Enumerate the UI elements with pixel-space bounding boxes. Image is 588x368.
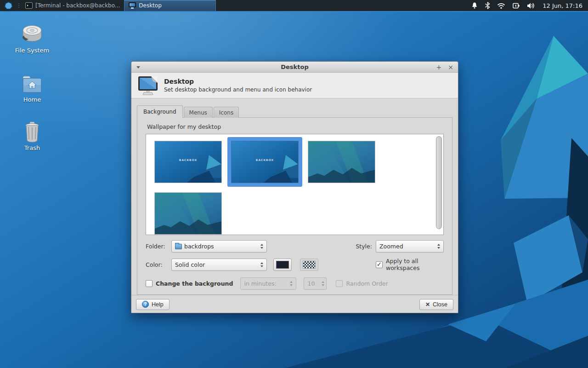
close-button-label: Close — [433, 301, 447, 308]
style-value: Zoomed — [379, 243, 435, 250]
interval-dropdown: in minutes: — [240, 277, 296, 290]
color-label: Color: — [146, 261, 168, 268]
folder-value: backdrops — [184, 243, 258, 250]
secondary-color-button — [300, 259, 318, 271]
trash-can-icon — [10, 120, 54, 143]
checkbox-checked-icon — [376, 261, 383, 268]
taskbar-item-desktop[interactable]: Desktop — [124, 0, 216, 11]
checkbox-unchecked-icon — [336, 280, 343, 287]
dropdown-arrows-icon — [260, 262, 263, 267]
checkbox-label: Random Order — [346, 280, 388, 287]
background-tab-panel: Wallpaper for my desktop BACKBOX — [137, 117, 452, 295]
minutes-spinbox: 10 — [304, 277, 327, 290]
desktop-icon-home[interactable]: Home — [10, 71, 54, 103]
random-order-checkbox: Random Order — [336, 280, 388, 287]
folder-icon — [175, 244, 182, 249]
wallpaper-thumbnail[interactable] — [151, 189, 226, 235]
scrollbar-thumb[interactable] — [436, 136, 442, 229]
style-dropdown[interactable]: Zoomed — [376, 240, 444, 253]
monitor-icon — [129, 2, 136, 9]
terminal-icon — [25, 2, 33, 9]
wallpaper-thumbnail[interactable] — [304, 137, 379, 187]
desktop-icon-label: Trash — [10, 144, 54, 151]
interval-value: in minutes: — [244, 280, 288, 287]
maximize-button[interactable]: + — [436, 64, 442, 70]
help-question-icon: ? — [142, 301, 149, 308]
dialog-subtitle: Set desktop background and menu and icon… — [164, 86, 312, 93]
tab-menus[interactable]: Menus — [184, 107, 213, 118]
panel-grip[interactable] — [17, 0, 21, 11]
change-background-checkbox[interactable]: Change the background — [146, 280, 233, 287]
system-tray: 12 Jun, 17:16 — [471, 0, 588, 11]
close-button-footer[interactable]: ✕ Close — [419, 299, 453, 310]
dropdown-arrows-icon — [260, 244, 263, 249]
help-button-label: Help — [152, 301, 164, 308]
scrollbar[interactable] — [436, 136, 442, 233]
color-style-value: Solid color — [175, 261, 258, 268]
minutes-value: 10 — [307, 280, 320, 287]
dialog-heading: Desktop — [164, 78, 312, 85]
backbox-logo-icon — [4, 1, 13, 10]
backbox-menu-button[interactable] — [0, 0, 17, 11]
close-button[interactable]: × — [448, 64, 453, 70]
checkbox-unchecked-icon — [146, 280, 153, 287]
top-panel: [Terminal - backbox@backbo... Desktop 1 — [0, 0, 588, 12]
taskbar-item-terminal[interactable]: [Terminal - backbox@backbo... — [21, 0, 124, 11]
wallpaper-thumbnail[interactable]: BACKBOX — [151, 137, 226, 187]
desktop-icon-label: File System — [10, 47, 54, 54]
home-folder-icon — [10, 71, 54, 94]
dialog-titlebar[interactable]: Desktop + × — [131, 62, 458, 73]
apply-all-workspaces-checkbox[interactable]: Apply to all workspaces — [376, 258, 444, 271]
dropdown-arrows-icon — [290, 281, 293, 286]
tab-background[interactable]: Background — [137, 105, 183, 118]
color-swatch — [276, 261, 289, 269]
desktop-settings-dialog: Desktop + × Desktop Set desktop backgrou… — [131, 61, 458, 313]
checkbox-label: Apply to all workspaces — [386, 258, 444, 271]
folder-dropdown[interactable]: backdrops — [171, 240, 267, 253]
color-style-dropdown[interactable]: Solid color — [171, 259, 267, 271]
style-label: Style: — [356, 243, 372, 250]
notification-bell-icon[interactable] — [471, 2, 478, 9]
wallpaper-section-label: Wallpaper for my desktop — [147, 123, 444, 130]
dialog-footer: ? Help ✕ Close — [131, 295, 458, 313]
help-button[interactable]: ? Help — [136, 299, 170, 310]
taskbar-item-label: Desktop — [139, 2, 162, 9]
clock[interactable]: 12 Jun, 17:16 — [543, 2, 582, 9]
hard-drive-icon — [10, 22, 54, 45]
wallpaper-list[interactable]: BACKBOX BACKBOX — [146, 134, 444, 235]
desktop-icon-trash[interactable]: Trash — [10, 120, 54, 151]
volume-icon[interactable] — [527, 2, 536, 9]
bluetooth-icon[interactable] — [485, 2, 490, 9]
folder-label: Folder: — [146, 243, 168, 250]
desktop-icon-label: Home — [10, 96, 54, 103]
close-x-icon: ✕ — [425, 301, 430, 308]
window-menu-icon[interactable] — [136, 66, 140, 69]
tab-bar: Background Menus Icons — [131, 98, 458, 118]
checkbox-label: Change the background — [156, 280, 233, 287]
spinner-arrows-icon — [322, 281, 324, 286]
color-picker-button[interactable] — [273, 259, 292, 271]
tab-icons[interactable]: Icons — [214, 107, 239, 118]
checker-pattern-swatch — [303, 261, 316, 269]
desktop-icon-file-system[interactable]: File System — [10, 22, 54, 54]
desktop-preferences-icon — [137, 76, 158, 95]
window-title: Desktop — [131, 63, 458, 70]
wallpaper-thumbnail-selected[interactable]: BACKBOX — [227, 137, 302, 187]
dropdown-arrows-icon — [437, 244, 440, 249]
wifi-icon[interactable] — [497, 2, 505, 9]
taskbar-item-label: [Terminal - backbox@backbo... — [35, 2, 120, 9]
dialog-header: Desktop Set desktop background and menu … — [131, 73, 458, 98]
battery-icon[interactable] — [512, 2, 520, 9]
